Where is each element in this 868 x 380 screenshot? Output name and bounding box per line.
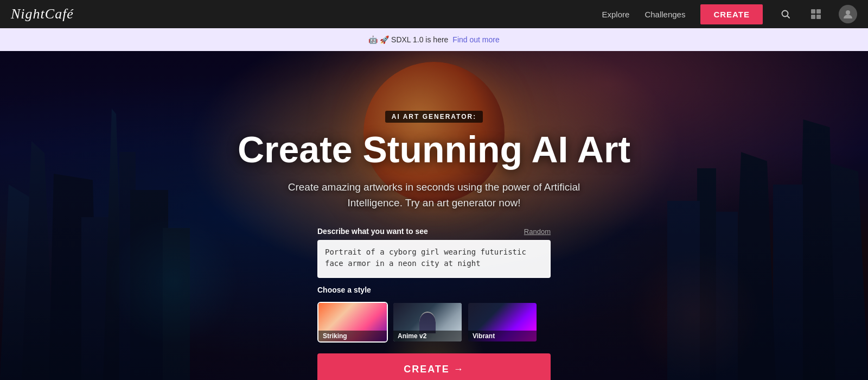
svg-point-0 [782, 11, 788, 17]
random-link[interactable]: Random [524, 227, 551, 236]
style-anime-label: Anime v2 [393, 331, 462, 341]
prompt-label-row: Describe what you want to see Random [317, 227, 551, 236]
svg-line-1 [788, 16, 790, 18]
prompt-section: Describe what you want to see Random Cho… [317, 227, 551, 380]
avatar[interactable] [839, 5, 857, 23]
ai-label: AI ART GENERATOR: [385, 111, 483, 123]
logo[interactable]: NightCafé [11, 6, 74, 22]
style-anime[interactable]: Anime v2 [392, 302, 463, 343]
nav-right: Explore Challenges CREATE [602, 4, 857, 24]
nav-create-button[interactable]: CREATE [700, 4, 763, 24]
prompt-label: Describe what you want to see [317, 227, 428, 236]
hero-section: AI ART GENERATOR: Create Stunning AI Art… [0, 51, 868, 380]
announcement-bar: 🤖 🚀 SDXL 1.0 is here Find out more [0, 28, 868, 51]
nav-explore[interactable]: Explore [602, 10, 630, 19]
navbar: NightCafé Explore Challenges CREATE [0, 0, 868, 28]
announcement-text: 🤖 🚀 SDXL 1.0 is here [368, 35, 448, 44]
svg-point-6 [846, 10, 850, 15]
find-out-more-link[interactable]: Find out more [452, 35, 499, 44]
style-striking[interactable]: Striking [317, 302, 388, 343]
style-vibrant-label: Vibrant [468, 331, 537, 341]
style-striking-label: Striking [318, 331, 387, 341]
style-label: Choose a style [317, 286, 551, 294]
style-vibrant[interactable]: Vibrant [467, 302, 538, 343]
svg-rect-2 [811, 9, 815, 14]
hero-content: AI ART GENERATOR: Create Stunning AI Art… [0, 51, 868, 380]
svg-rect-4 [811, 15, 815, 19]
credits-icon[interactable] [808, 7, 824, 22]
svg-rect-5 [816, 15, 821, 19]
nav-challenges[interactable]: Challenges [644, 10, 685, 19]
svg-rect-3 [816, 9, 821, 14]
hero-headline: Create Stunning AI Art [238, 130, 630, 169]
prompt-input[interactable] [317, 240, 551, 278]
hero-subheadline: Create amazing artworks in seconds using… [271, 180, 597, 211]
create-main-button[interactable]: CREATE → [317, 353, 551, 380]
style-options: Striking Anime v2 Vibrant [317, 302, 551, 343]
search-icon[interactable] [778, 7, 793, 22]
